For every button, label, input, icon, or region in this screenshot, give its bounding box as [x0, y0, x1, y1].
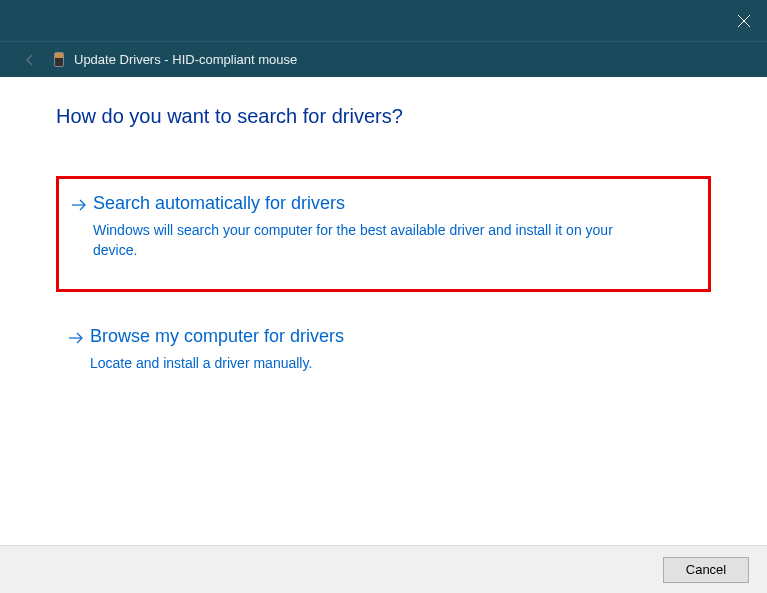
option-title: Browse my computer for drivers — [90, 326, 693, 347]
back-button — [20, 50, 40, 70]
breadcrumb-text: Update Drivers - HID-compliant mouse — [74, 52, 297, 67]
close-icon — [738, 15, 750, 27]
back-arrow-icon — [23, 53, 37, 67]
option-desc: Locate and install a driver manually. — [90, 353, 650, 373]
footer-bar: Cancel — [0, 545, 767, 593]
option-browse-computer[interactable]: Browse my computer for drivers Locate an… — [56, 312, 711, 391]
option-title: Search automatically for drivers — [93, 193, 690, 214]
option-body: Browse my computer for drivers Locate an… — [86, 326, 693, 373]
arrow-right-icon — [71, 199, 87, 211]
device-icon — [52, 52, 66, 68]
option-search-automatically[interactable]: Search automatically for drivers Windows… — [56, 176, 711, 292]
content-area: How do you want to search for drivers? S… — [0, 77, 767, 545]
option-body: Search automatically for drivers Windows… — [89, 193, 690, 261]
titlebar — [0, 0, 767, 41]
option-desc: Windows will search your computer for th… — [93, 220, 653, 261]
page-heading: How do you want to search for drivers? — [56, 105, 711, 128]
arrow-right-icon — [68, 332, 84, 344]
close-button[interactable] — [721, 0, 767, 41]
breadcrumb-bar: Update Drivers - HID-compliant mouse — [0, 41, 767, 77]
cancel-button[interactable]: Cancel — [663, 557, 749, 583]
arrow-icon-wrapper — [66, 326, 86, 344]
arrow-icon-wrapper — [69, 193, 89, 211]
